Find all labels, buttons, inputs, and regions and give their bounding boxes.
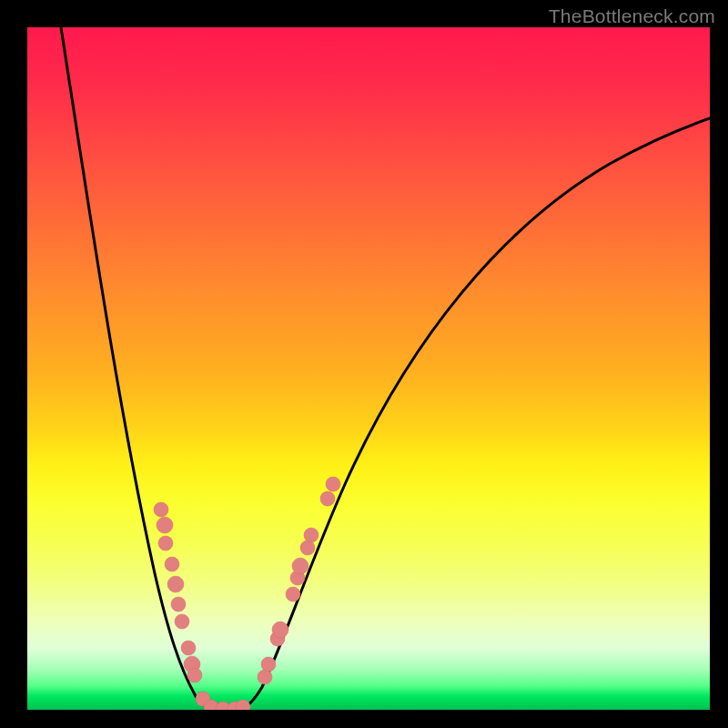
marker-point [154, 502, 168, 517]
marker-point [175, 614, 189, 629]
marker-point [261, 657, 276, 672]
marker-point [171, 597, 186, 612]
marker-point [304, 528, 318, 542]
marker-point [157, 517, 173, 533]
marker-point [165, 557, 179, 571]
marker-point [320, 491, 335, 506]
chart-frame: TheBottleneck.com [0, 0, 728, 728]
marker-point [187, 668, 202, 682]
marker-point [181, 641, 196, 655]
marker-point [326, 477, 340, 491]
chart-svg [27, 27, 710, 710]
plot-area [27, 27, 710, 710]
marker-point [236, 700, 250, 710]
marker-point [300, 541, 315, 555]
marker-point [258, 670, 272, 684]
marker-point [292, 558, 308, 574]
curve-left-descent [61, 27, 214, 710]
data-markers [154, 477, 340, 710]
marker-point [158, 536, 173, 551]
marker-point [167, 576, 184, 592]
bottleneck-curve [61, 27, 710, 710]
curve-right-ascent [238, 118, 710, 710]
marker-point [272, 622, 288, 638]
watermark-text: TheBottleneck.com [549, 5, 715, 27]
marker-point [286, 587, 300, 602]
